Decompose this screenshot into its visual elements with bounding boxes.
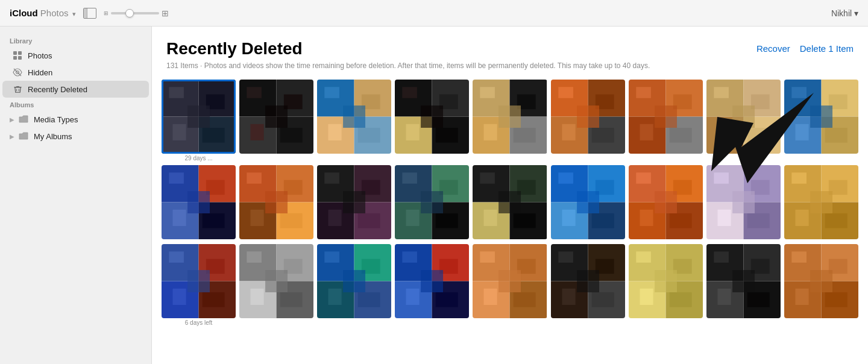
svg-rect-43	[436, 128, 458, 143]
photo-cell[interactable]	[395, 80, 469, 154]
svg-rect-213	[484, 289, 497, 305]
app-title[interactable]: iCloud Photos ▾	[10, 8, 76, 18]
photo-thumbnail	[395, 244, 469, 318]
svg-rect-103	[247, 172, 262, 183]
svg-rect-238	[714, 251, 729, 262]
photo-cell[interactable]	[239, 80, 313, 154]
svg-rect-134	[499, 191, 521, 213]
svg-rect-112	[325, 172, 340, 183]
photo-item-p14	[473, 165, 547, 240]
sidebar-item-recently-deleted[interactable]: Recently Deleted	[2, 81, 149, 98]
svg-rect-78	[717, 124, 731, 140]
page-title: Recently Deleted	[166, 39, 650, 59]
svg-rect-250	[825, 292, 848, 307]
photo-cell[interactable]	[317, 165, 391, 239]
photo-thumbnail	[629, 80, 703, 154]
svg-rect-166	[791, 172, 807, 183]
delete-button[interactable]: Delete 1 Item	[800, 43, 854, 54]
photo-cell[interactable]	[162, 165, 236, 239]
media-types-label: Media Types	[34, 115, 78, 124]
photo-item-p1: 29 days ...	[162, 80, 236, 162]
photo-cell[interactable]	[162, 244, 236, 318]
svg-rect-186	[251, 289, 264, 305]
photo-cell[interactable]	[551, 244, 625, 318]
svg-rect-196	[358, 292, 380, 307]
sidebar-item-my-albums[interactable]: ▶ My Albums	[2, 128, 149, 145]
zoom-out-icon: ⊞	[104, 10, 108, 16]
photo-item-p20	[239, 244, 313, 326]
photo-thumbnail	[395, 165, 469, 239]
photo-thumbnail	[784, 165, 858, 239]
photo-cell[interactable]	[551, 165, 625, 239]
svg-rect-79	[747, 128, 769, 143]
photo-cell[interactable]	[395, 244, 469, 318]
sidebar-item-media-types[interactable]: ▶ Media Types	[2, 111, 149, 128]
photo-cell[interactable]	[784, 244, 858, 318]
photo-cell[interactable]	[162, 80, 236, 154]
content-actions: Recover Delete 1 Item	[756, 39, 854, 54]
photo-cell[interactable]	[239, 244, 313, 318]
photo-item-p25	[629, 244, 703, 326]
photo-thumbnail	[629, 244, 703, 318]
user-menu[interactable]: Nikhil ▾	[831, 8, 858, 18]
photo-cell[interactable]	[551, 80, 625, 154]
app-name: iCloud	[10, 8, 38, 18]
recently-deleted-label: Recently Deleted	[28, 85, 87, 94]
photo-cell[interactable]	[473, 80, 547, 154]
svg-rect-97	[203, 213, 225, 228]
zoom-slider-thumb[interactable]	[125, 9, 134, 17]
photo-cell[interactable]	[629, 244, 703, 318]
photo-item-p19: 6 days left	[162, 244, 236, 326]
sidebar-toggle-button[interactable]	[83, 8, 96, 19]
svg-rect-51	[484, 124, 497, 140]
svg-rect-242	[732, 270, 755, 292]
svg-rect-231	[640, 289, 653, 305]
photo-item-p17	[706, 165, 781, 240]
photo-grid-container[interactable]: 29 days ...6 days left	[152, 75, 868, 364]
item-count: 131 Items	[166, 61, 198, 70]
content-subtitle: 131 Items · Photos and videos show the t…	[166, 61, 650, 70]
photo-cell[interactable]	[629, 80, 703, 154]
photos-label: Photos	[28, 51, 52, 60]
svg-rect-61	[591, 128, 614, 143]
recover-button[interactable]: Recover	[756, 43, 790, 54]
svg-rect-124	[436, 213, 458, 228]
my-albums-folder-icon	[18, 131, 29, 142]
svg-rect-44	[421, 105, 443, 128]
photo-cell[interactable]	[395, 165, 469, 239]
hidden-icon	[12, 67, 23, 78]
photo-cell[interactable]	[706, 244, 781, 318]
photo-thumbnail	[317, 80, 391, 154]
photo-thumbnail	[162, 244, 236, 318]
photo-item-p15	[551, 165, 625, 240]
photo-item-p3	[317, 80, 391, 162]
svg-rect-175	[169, 251, 184, 262]
photo-cell[interactable]	[706, 80, 781, 154]
photo-cell[interactable]	[239, 165, 313, 239]
svg-rect-2	[13, 56, 17, 60]
photo-cell[interactable]	[473, 165, 547, 239]
svg-rect-107	[265, 191, 288, 213]
photo-cell[interactable]	[317, 244, 391, 318]
photo-cell[interactable]	[629, 165, 703, 239]
photo-cell[interactable]	[473, 244, 547, 318]
photo-cell[interactable]	[706, 165, 781, 239]
svg-rect-94	[169, 172, 184, 183]
photo-thumbnail	[784, 244, 858, 318]
sidebar-item-photos[interactable]: Photos	[2, 47, 149, 64]
svg-rect-142	[591, 213, 614, 228]
svg-rect-121	[403, 172, 418, 183]
photo-cell[interactable]	[317, 80, 391, 154]
zoom-slider[interactable]	[111, 12, 159, 14]
svg-rect-33	[329, 124, 342, 140]
svg-rect-17	[187, 105, 210, 128]
svg-rect-16	[203, 128, 225, 143]
sidebar-item-hidden[interactable]: Hidden	[2, 64, 149, 81]
photo-cell[interactable]	[784, 165, 858, 239]
content-header: Recently Deleted 131 Items · Photos and …	[152, 27, 868, 75]
photo-cell[interactable]	[784, 80, 858, 154]
photo-thumbnail	[473, 165, 547, 239]
photo-date-label: 6 days left	[162, 319, 236, 326]
svg-rect-206	[421, 270, 443, 292]
svg-rect-62	[577, 105, 599, 128]
